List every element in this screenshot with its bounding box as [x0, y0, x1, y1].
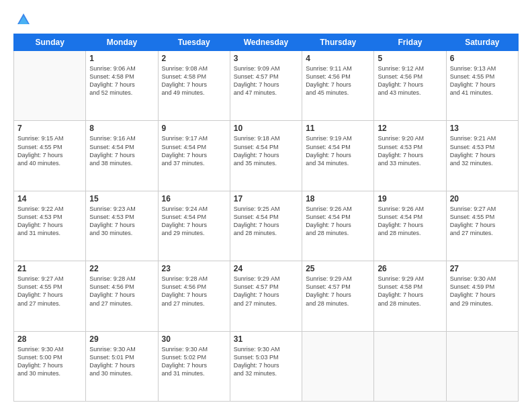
calendar-cell: 7Sunrise: 9:15 AM Sunset: 4:55 PM Daylig…	[14, 121, 86, 191]
calendar-cell: 29Sunrise: 9:30 AM Sunset: 5:01 PM Dayli…	[86, 331, 158, 401]
calendar-cell: 11Sunrise: 9:19 AM Sunset: 4:54 PM Dayli…	[302, 121, 374, 191]
cell-content: Sunrise: 9:29 AM Sunset: 4:57 PM Dayligh…	[306, 275, 370, 308]
day-number: 24	[234, 264, 298, 273]
day-number: 12	[378, 124, 442, 133]
cell-content: Sunrise: 9:15 AM Sunset: 4:55 PM Dayligh…	[17, 134, 82, 167]
cell-content: Sunrise: 9:18 AM Sunset: 4:54 PM Dayligh…	[234, 134, 298, 167]
day-number: 30	[162, 334, 226, 344]
cell-content: Sunrise: 9:24 AM Sunset: 4:54 PM Dayligh…	[162, 205, 226, 238]
calendar-cell: 12Sunrise: 9:20 AM Sunset: 4:53 PM Dayli…	[374, 121, 446, 191]
calendar-cell: 27Sunrise: 9:30 AM Sunset: 4:59 PM Dayli…	[446, 261, 518, 331]
day-header-friday: Friday	[374, 34, 446, 51]
calendar-cell: 10Sunrise: 9:18 AM Sunset: 4:54 PM Dayli…	[230, 121, 302, 191]
calendar-cell: 3Sunrise: 9:09 AM Sunset: 4:57 PM Daylig…	[230, 51, 302, 121]
cell-content: Sunrise: 9:30 AM Sunset: 4:59 PM Dayligh…	[450, 275, 515, 308]
day-header-thursday: Thursday	[302, 34, 374, 51]
cell-content: Sunrise: 9:26 AM Sunset: 4:54 PM Dayligh…	[306, 205, 370, 238]
day-number: 31	[234, 334, 298, 344]
cell-content: Sunrise: 9:19 AM Sunset: 4:54 PM Dayligh…	[306, 134, 370, 167]
calendar-week-3: 14Sunrise: 9:22 AM Sunset: 4:53 PM Dayli…	[14, 191, 519, 261]
calendar-cell: 6Sunrise: 9:13 AM Sunset: 4:55 PM Daylig…	[446, 51, 518, 121]
calendar-cell: 30Sunrise: 9:30 AM Sunset: 5:02 PM Dayli…	[158, 331, 230, 401]
day-header-tuesday: Tuesday	[158, 34, 230, 51]
calendar-week-5: 28Sunrise: 9:30 AM Sunset: 5:00 PM Dayli…	[14, 331, 519, 401]
day-number: 26	[378, 264, 442, 273]
day-number: 8	[89, 124, 154, 133]
cell-content: Sunrise: 9:06 AM Sunset: 4:58 PM Dayligh…	[89, 64, 154, 97]
day-header-monday: Monday	[86, 34, 158, 51]
calendar-cell: 21Sunrise: 9:27 AM Sunset: 4:55 PM Dayli…	[14, 261, 86, 331]
day-number: 7	[17, 124, 82, 133]
cell-content: Sunrise: 9:20 AM Sunset: 4:53 PM Dayligh…	[378, 134, 442, 167]
day-number: 10	[234, 124, 298, 133]
calendar-table: SundayMondayTuesdayWednesdayThursdayFrid…	[13, 34, 519, 402]
cell-content: Sunrise: 9:11 AM Sunset: 4:56 PM Dayligh…	[306, 64, 370, 97]
calendar-week-2: 7Sunrise: 9:15 AM Sunset: 4:55 PM Daylig…	[14, 121, 519, 191]
day-number: 17	[234, 194, 298, 203]
calendar-cell: 23Sunrise: 9:28 AM Sunset: 4:56 PM Dayli…	[158, 261, 230, 331]
calendar-cell: 18Sunrise: 9:26 AM Sunset: 4:54 PM Dayli…	[302, 191, 374, 261]
calendar-cell: 14Sunrise: 9:22 AM Sunset: 4:53 PM Dayli…	[14, 191, 86, 261]
day-number: 16	[162, 194, 226, 203]
day-header-sunday: Sunday	[14, 34, 86, 51]
calendar-cell	[446, 331, 518, 401]
day-number: 28	[17, 334, 82, 344]
day-number: 27	[450, 264, 515, 273]
calendar-cell: 26Sunrise: 9:29 AM Sunset: 4:58 PM Dayli…	[374, 261, 446, 331]
day-number: 6	[450, 54, 515, 63]
calendar-cell: 16Sunrise: 9:24 AM Sunset: 4:54 PM Dayli…	[158, 191, 230, 261]
day-number: 29	[89, 334, 154, 344]
day-number: 23	[162, 264, 226, 273]
cell-content: Sunrise: 9:13 AM Sunset: 4:55 PM Dayligh…	[450, 64, 515, 97]
cell-content: Sunrise: 9:23 AM Sunset: 4:53 PM Dayligh…	[89, 205, 154, 238]
cell-content: Sunrise: 9:29 AM Sunset: 4:57 PM Dayligh…	[234, 275, 298, 308]
day-number: 14	[17, 194, 82, 203]
calendar-cell: 8Sunrise: 9:16 AM Sunset: 4:54 PM Daylig…	[86, 121, 158, 191]
calendar-cell: 15Sunrise: 9:23 AM Sunset: 4:53 PM Dayli…	[86, 191, 158, 261]
day-number: 3	[234, 54, 298, 63]
day-number: 5	[378, 54, 442, 63]
cell-content: Sunrise: 9:25 AM Sunset: 4:54 PM Dayligh…	[234, 205, 298, 238]
cell-content: Sunrise: 9:16 AM Sunset: 4:54 PM Dayligh…	[89, 134, 154, 167]
day-number: 25	[306, 264, 370, 273]
day-number: 22	[89, 264, 154, 273]
calendar-week-4: 21Sunrise: 9:27 AM Sunset: 4:55 PM Dayli…	[14, 261, 519, 331]
cell-content: Sunrise: 9:28 AM Sunset: 4:56 PM Dayligh…	[162, 275, 226, 308]
cell-content: Sunrise: 9:08 AM Sunset: 4:58 PM Dayligh…	[162, 64, 226, 97]
calendar-cell	[14, 51, 86, 121]
day-number: 2	[162, 54, 226, 63]
cell-content: Sunrise: 9:29 AM Sunset: 4:58 PM Dayligh…	[378, 275, 442, 308]
header	[13, 12, 519, 27]
cell-content: Sunrise: 9:27 AM Sunset: 4:55 PM Dayligh…	[450, 205, 515, 238]
cell-content: Sunrise: 9:17 AM Sunset: 4:54 PM Dayligh…	[162, 134, 226, 167]
cell-content: Sunrise: 9:09 AM Sunset: 4:57 PM Dayligh…	[234, 64, 298, 97]
calendar-cell: 24Sunrise: 9:29 AM Sunset: 4:57 PM Dayli…	[230, 261, 302, 331]
calendar-cell: 9Sunrise: 9:17 AM Sunset: 4:54 PM Daylig…	[158, 121, 230, 191]
day-number: 18	[306, 194, 370, 203]
calendar-cell: 19Sunrise: 9:26 AM Sunset: 4:54 PM Dayli…	[374, 191, 446, 261]
calendar-cell: 20Sunrise: 9:27 AM Sunset: 4:55 PM Dayli…	[446, 191, 518, 261]
calendar-cell: 2Sunrise: 9:08 AM Sunset: 4:58 PM Daylig…	[158, 51, 230, 121]
day-header-wednesday: Wednesday	[230, 34, 302, 51]
calendar-cell: 28Sunrise: 9:30 AM Sunset: 5:00 PM Dayli…	[14, 331, 86, 401]
day-number: 9	[162, 124, 226, 133]
cell-content: Sunrise: 9:26 AM Sunset: 4:54 PM Dayligh…	[378, 205, 442, 238]
day-number: 4	[306, 54, 370, 63]
cell-content: Sunrise: 9:30 AM Sunset: 5:01 PM Dayligh…	[89, 345, 154, 378]
day-number: 11	[306, 124, 370, 133]
calendar-week-1: 1Sunrise: 9:06 AM Sunset: 4:58 PM Daylig…	[14, 51, 519, 121]
day-number: 20	[450, 194, 515, 203]
cell-content: Sunrise: 9:12 AM Sunset: 4:56 PM Dayligh…	[378, 64, 442, 97]
day-header-saturday: Saturday	[446, 34, 518, 51]
calendar-cell: 31Sunrise: 9:30 AM Sunset: 5:03 PM Dayli…	[230, 331, 302, 401]
day-number: 1	[89, 54, 154, 63]
day-number: 19	[378, 194, 442, 203]
cell-content: Sunrise: 9:21 AM Sunset: 4:53 PM Dayligh…	[450, 134, 515, 167]
day-number: 15	[89, 194, 154, 203]
page: SundayMondayTuesdayWednesdayThursdayFrid…	[0, 0, 532, 411]
calendar-cell: 1Sunrise: 9:06 AM Sunset: 4:58 PM Daylig…	[86, 51, 158, 121]
cell-content: Sunrise: 9:30 AM Sunset: 5:00 PM Dayligh…	[17, 345, 82, 378]
logo-icon	[16, 12, 31, 27]
day-number: 13	[450, 124, 515, 133]
calendar-cell: 22Sunrise: 9:28 AM Sunset: 4:56 PM Dayli…	[86, 261, 158, 331]
